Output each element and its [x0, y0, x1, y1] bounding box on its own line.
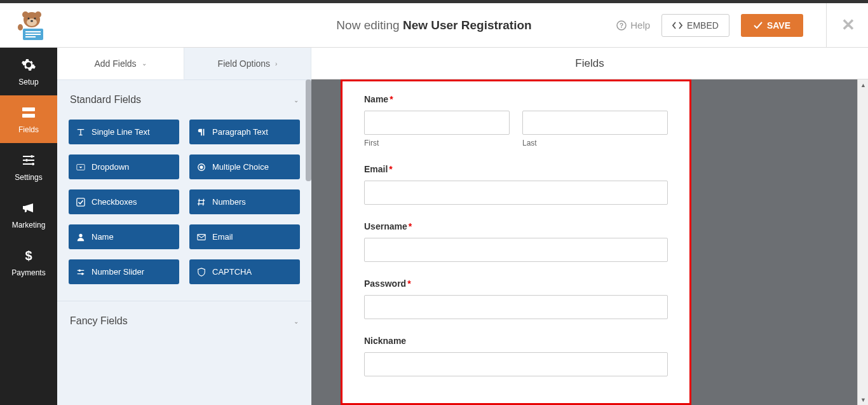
scroll-up-arrow[interactable]: ▲ [858, 79, 868, 90]
paragraph-icon [197, 128, 206, 137]
nickname-label: Nickname [364, 336, 668, 346]
svg-point-22 [200, 165, 203, 168]
sidebar-item-label: Fields [18, 125, 39, 134]
page-title: Now editing New User Registration [336, 18, 531, 32]
field-checkboxes[interactable]: Checkboxes [69, 189, 179, 214]
caret-down-icon [76, 163, 85, 172]
field-captcha[interactable]: CAPTCHA [189, 259, 300, 284]
check-icon [754, 22, 763, 29]
last-sublabel: Last [522, 139, 668, 148]
svg-rect-14 [22, 107, 35, 111]
username-label: Username* [364, 221, 668, 231]
svg-text:$: $ [25, 249, 32, 263]
svg-point-3 [27, 18, 37, 26]
chevron-down-icon: ⌄ [294, 97, 299, 104]
group-fancy-fields[interactable]: Fancy Fields ⌄ [57, 301, 311, 341]
sidebar-item-fields[interactable]: Fields [0, 95, 57, 143]
svg-rect-25 [198, 234, 205, 240]
field-dropdown[interactable]: Dropdown [69, 154, 179, 179]
field-single-line-text[interactable]: Single Line Text [69, 120, 179, 144]
svg-point-27 [81, 272, 84, 275]
email-input[interactable] [364, 181, 668, 205]
gear-icon [21, 57, 36, 72]
svg-rect-10 [25, 36, 36, 38]
svg-text:?: ? [620, 22, 623, 29]
name-label: Name* [364, 94, 668, 104]
svg-rect-15 [22, 114, 35, 118]
svg-point-6 [31, 20, 33, 22]
field-multiple-choice[interactable]: Multiple Choice [189, 154, 300, 179]
svg-point-2 [35, 11, 41, 18]
header: Now editing New User Registration ? Help… [0, 3, 868, 48]
text-icon [76, 128, 85, 137]
sidebar-item-setup[interactable]: Setup [0, 48, 57, 95]
form-field-password: Password* [364, 278, 668, 319]
form-field-name: Name* First Last [364, 94, 668, 148]
form-field-username: Username* [364, 221, 668, 262]
sidebar-item-label: Marketing [12, 221, 46, 230]
tab-field-options[interactable]: Field Options › [184, 48, 311, 79]
form-field-nickname: Nickname [364, 336, 668, 376]
sidebar-item-label: Setup [18, 78, 38, 86]
svg-point-4 [28, 17, 30, 19]
sidebar-item-label: Payments [11, 268, 45, 277]
scrollbar-track[interactable]: ▲ ▼ [857, 79, 868, 405]
svg-point-1 [22, 11, 29, 18]
shield-icon [197, 268, 206, 277]
svg-rect-23 [77, 198, 85, 205]
scroll-down-arrow[interactable]: ▼ [858, 394, 868, 405]
help-icon: ? [616, 20, 627, 31]
envelope-icon [197, 233, 206, 242]
last-name-input[interactable] [522, 111, 668, 135]
svg-point-17 [25, 159, 28, 161]
scrollbar[interactable] [306, 79, 311, 181]
svg-point-5 [34, 17, 36, 19]
fields-panel: Add Fields ⌄ Field Options › Standard Fi… [57, 48, 311, 405]
sidebar-item-payments[interactable]: $ Payments [0, 238, 57, 286]
sidebar-item-label: Settings [15, 173, 42, 182]
field-numbers[interactable]: Numbers [189, 189, 300, 214]
sidebar-item-settings[interactable]: Settings [0, 143, 57, 191]
code-icon [672, 22, 682, 29]
preview-title: Fields [311, 48, 868, 79]
user-icon [76, 233, 85, 242]
group-standard-fields[interactable]: Standard Fields ⌄ [57, 79, 311, 120]
svg-point-11 [18, 24, 23, 31]
sliders-icon [21, 153, 36, 168]
tab-add-fields[interactable]: Add Fields ⌄ [57, 48, 184, 79]
username-input[interactable] [364, 238, 668, 262]
dollar-icon: $ [21, 248, 36, 263]
embed-button[interactable]: EMBED [661, 14, 729, 37]
svg-point-26 [79, 269, 81, 271]
form-field-email: Email* [364, 164, 668, 205]
first-sublabel: First [364, 139, 510, 148]
password-label: Password* [364, 278, 668, 289]
form-preview[interactable]: Name* First Last Email* [341, 79, 691, 405]
preview-area: Fields Name* First Last [311, 48, 868, 405]
chevron-down-icon: ⌄ [294, 318, 299, 325]
svg-point-24 [79, 233, 82, 237]
save-button[interactable]: SAVE [741, 14, 803, 37]
password-input[interactable] [364, 295, 668, 319]
form-icon [21, 105, 36, 120]
svg-rect-9 [25, 34, 41, 35]
email-label: Email* [364, 164, 668, 174]
field-number-slider[interactable]: Number Slider [69, 259, 179, 284]
svg-point-16 [31, 155, 33, 158]
first-name-input[interactable] [364, 111, 510, 135]
help-link[interactable]: ? Help [616, 20, 650, 31]
radio-icon [197, 163, 206, 172]
field-email[interactable]: Email [189, 224, 300, 249]
close-icon[interactable]: ✕ [841, 15, 855, 35]
nickname-input[interactable] [364, 352, 668, 376]
checkbox-icon [76, 198, 85, 207]
chevron-right-icon: › [275, 60, 277, 67]
bullhorn-icon [21, 200, 36, 216]
field-paragraph-text[interactable]: Paragraph Text [189, 120, 300, 144]
slider-icon [76, 268, 85, 277]
logo[interactable] [13, 10, 51, 41]
sidebar-item-marketing[interactable]: Marketing [0, 191, 57, 238]
field-name[interactable]: Name [69, 224, 179, 249]
svg-point-18 [32, 163, 34, 165]
chevron-down-icon: ⌄ [142, 60, 147, 67]
